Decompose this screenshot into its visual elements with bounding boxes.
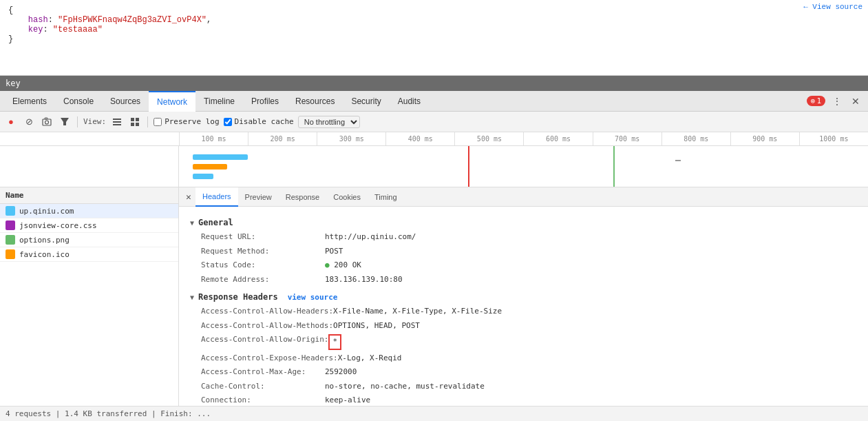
response-row-allow-methods: Access-Control-Allow-Methods: OPTIONS, H…: [190, 319, 857, 333]
throttle-select[interactable]: No throttling Offline GPRS Regular 2G Go…: [298, 116, 360, 128]
general-row-status: Status Code: ● 200 OK: [190, 258, 857, 273]
general-remote-value: 183.136.139.10:80: [325, 274, 403, 286]
key-search-bar: key: [0, 76, 868, 91]
error-count: 1: [816, 96, 821, 105]
request-icon-ico: [6, 249, 15, 259]
preserve-log-text: Preserve log: [165, 117, 219, 126]
preserve-log-label[interactable]: Preserve log: [154, 117, 219, 126]
general-status-key: Status Code:: [201, 260, 325, 271]
general-method-value: POST: [325, 246, 343, 258]
tab-security[interactable]: Security: [343, 91, 389, 112]
response-row-allow-headers: Access-Control-Allow-Headers: X-File-Nam…: [190, 305, 857, 319]
svg-rect-2: [45, 118, 47, 119]
key-search-text: key: [6, 79, 21, 88]
record-button[interactable]: ●: [4, 115, 18, 129]
svg-rect-0: [43, 119, 51, 125]
json-preview: ← View source { hash: "FpHsPWKFnaqw4ZqBg…: [0, 0, 868, 76]
resp-max-age-value: 2592000: [325, 367, 357, 378]
detail-close-button[interactable]: ✕: [182, 190, 195, 204]
svg-rect-10: [136, 123, 139, 126]
ruler-mark-800: 800 ms: [661, 132, 730, 146]
tab-console[interactable]: Console: [55, 91, 102, 112]
general-remote-key: Remote Address:: [201, 274, 325, 286]
separator-2: [147, 116, 148, 127]
grid-view-button[interactable]: [128, 115, 142, 129]
resp-cache-key: Cache-Control:: [201, 381, 325, 393]
clear-button[interactable]: ⊘: [22, 115, 36, 129]
detail-tab-headers[interactable]: Headers: [195, 187, 238, 207]
general-row-url: Request URL: http://up.qiniu.com/: [190, 230, 857, 245]
resp-max-age-key: Access-Control-Max-Age:: [201, 367, 325, 378]
resp-allow-origin-key: Access-Control-Allow-Origin:: [201, 334, 328, 350]
main-content: Name up.qiniu.com jsonview-core.css opti…: [0, 187, 868, 406]
tab-network[interactable]: Network: [149, 91, 195, 112]
general-section-header: General: [190, 218, 857, 227]
general-method-key: Request Method:: [201, 246, 325, 258]
svg-rect-8: [136, 118, 139, 121]
waterfall-left: [0, 146, 179, 187]
status-bar-text: 4 requests | 1.4 KB transferred | Finish…: [6, 409, 211, 418]
filter-button[interactable]: [58, 115, 72, 129]
list-view-button[interactable]: [110, 115, 124, 129]
request-item-1[interactable]: up.qiniu.com: [0, 204, 178, 218]
camera-button[interactable]: [40, 115, 54, 129]
disable-cache-text: Disable cache: [235, 117, 294, 126]
request-item-4[interactable]: favicon.ico: [0, 247, 178, 262]
tab-timeline[interactable]: Timeline: [195, 91, 243, 112]
request-name-1: up.qiniu.com: [19, 207, 74, 216]
ruler-mark-400: 400 ms: [385, 132, 454, 146]
separator-1: [77, 116, 78, 127]
more-options-button[interactable]: ⋮: [829, 94, 845, 108]
detail-tab-timing[interactable]: Timing: [368, 187, 404, 207]
detail-tab-cookies[interactable]: Cookies: [326, 187, 368, 207]
detail-tab-response[interactable]: Response: [279, 187, 327, 207]
request-name-4: favicon.ico: [19, 250, 70, 259]
ruler-mark-100: 100 ms: [179, 132, 248, 146]
ruler-mark-700: 700 ms: [593, 132, 661, 146]
green-timing-line: [613, 146, 615, 187]
timeline-waterfall: [0, 146, 868, 187]
resp-allow-headers-key: Access-Control-Allow-Headers:: [201, 306, 333, 318]
response-row-expose-headers: Access-Control-Expose-Headers: X-Log, X-…: [190, 351, 857, 366]
request-name-2: jsonview-core.css: [19, 221, 97, 230]
status-bar: 4 requests | 1.4 KB transferred | Finish…: [0, 406, 868, 421]
request-icon-css: [6, 220, 15, 230]
general-section-title: General: [198, 218, 233, 227]
requests-panel: Name up.qiniu.com jsonview-core.css opti…: [0, 187, 179, 406]
tab-profiles[interactable]: Profiles: [243, 91, 287, 112]
ruler-mark-500: 500 ms: [454, 132, 523, 146]
ruler-mark-200: 200 ms: [248, 132, 317, 146]
highlighted-origin-value: *: [328, 334, 341, 350]
request-item-3[interactable]: options.png: [0, 233, 178, 247]
preserve-log-checkbox[interactable]: [154, 118, 162, 126]
tab-sources[interactable]: Sources: [102, 91, 149, 112]
requests-header: Name: [0, 187, 178, 204]
resp-expose-key: Access-Control-Expose-Headers:: [201, 353, 338, 364]
waterfall-bar-2: [193, 164, 227, 170]
general-url-key: Request URL:: [201, 232, 325, 243]
resp-cache-value: no-store, no-cache, must-revalidate: [325, 381, 485, 393]
tab-audits[interactable]: Audits: [390, 91, 429, 112]
disable-cache-checkbox[interactable]: [224, 118, 232, 126]
svg-rect-5: [113, 121, 121, 123]
request-item-2[interactable]: jsonview-core.css: [0, 218, 178, 233]
status-text: 200 OK: [334, 260, 361, 269]
json-line-1: {: [8, 6, 860, 15]
detail-tabs: ✕ Headers Preview Response Cookies Timin…: [179, 187, 868, 207]
view-source-link[interactable]: ← View source: [803, 3, 862, 11]
svg-rect-6: [113, 124, 121, 125]
detail-content: General Request URL: http://up.qiniu.com…: [179, 207, 868, 406]
svg-point-1: [45, 121, 49, 124]
devtools-tabs: Elements Console Sources Network Timelin…: [0, 91, 868, 112]
tab-elements[interactable]: Elements: [4, 91, 55, 112]
resp-connection-value: keep-alive: [325, 395, 370, 406]
waterfall-bar-1: [193, 154, 248, 160]
view-source-response-button[interactable]: view source: [288, 293, 338, 302]
status-dot: ●: [325, 260, 334, 269]
timeline-ruler: 100 ms 200 ms 300 ms 400 ms 500 ms 600 m…: [0, 132, 868, 146]
detail-tab-preview[interactable]: Preview: [238, 187, 279, 207]
request-icon-doc: [6, 206, 15, 216]
close-devtools-button[interactable]: ✕: [849, 94, 862, 108]
disable-cache-label[interactable]: Disable cache: [224, 117, 294, 126]
tab-resources[interactable]: Resources: [287, 91, 343, 112]
